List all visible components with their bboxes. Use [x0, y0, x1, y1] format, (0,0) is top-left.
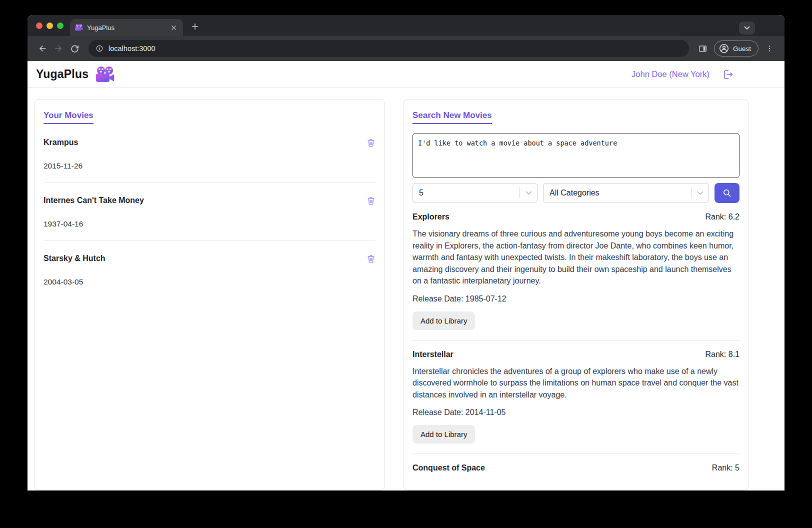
- app-header: YugaPlus John Doe (New York): [28, 61, 784, 88]
- library-movie-row: Starsky & Hutch 2004-03-05: [44, 241, 376, 298]
- result-description: The visionary dreams of three curious an…: [412, 228, 740, 287]
- traffic-light-minimize-button[interactable]: [46, 22, 53, 29]
- delete-movie-button[interactable]: [366, 196, 376, 206]
- profile-button[interactable]: Guest: [714, 40, 758, 56]
- your-movies-title: Your Movies: [44, 110, 94, 124]
- your-movies-panel: Your Movies Krampus 20: [34, 99, 384, 490]
- browser-window: YugaPlus: [28, 15, 784, 490]
- info-icon[interactable]: [96, 44, 104, 52]
- new-tab-icon: [192, 23, 198, 30]
- forward-button[interactable]: [50, 40, 66, 56]
- side-panel-icon: [698, 44, 708, 54]
- trash-icon: [366, 138, 376, 148]
- search-controls: 5 All Categories: [412, 183, 740, 203]
- traffic-lights: [36, 22, 64, 29]
- search-result-row: Explorers Rank: 6.2 The visionary dreams…: [412, 203, 740, 340]
- app-brand: YugaPlus: [36, 68, 88, 81]
- side-panel-button[interactable]: [695, 40, 711, 56]
- reload-button[interactable]: [66, 40, 82, 56]
- browser-menu-button[interactable]: [762, 40, 778, 56]
- library-movie-row: Krampus 2015-11-26: [44, 125, 376, 183]
- screenshot-background: YugaPlus: [0, 0, 812, 528]
- result-title: Conquest of Space: [412, 464, 485, 472]
- chevron-down-icon: [744, 26, 750, 30]
- close-tab-icon[interactable]: [169, 23, 178, 32]
- user-profile-link[interactable]: John Doe (New York): [632, 70, 710, 79]
- search-new-movies-panel: Search New Movies I'd like to watch a mo…: [404, 99, 748, 490]
- movie-release-date: 2004-03-05: [44, 278, 376, 286]
- favicon-movie-camera-icon: [75, 24, 83, 31]
- result-title: Explorers: [412, 212, 450, 222]
- results-limit-select[interactable]: 5: [412, 183, 538, 203]
- result-rank: Rank: 5: [712, 464, 740, 472]
- search-button[interactable]: [714, 183, 740, 203]
- trash-icon: [366, 254, 376, 264]
- add-to-library-button[interactable]: Add to Library: [412, 425, 475, 444]
- add-to-library-button[interactable]: Add to Library: [412, 312, 475, 330]
- movie-release-date: 1937-04-16: [44, 220, 376, 228]
- movie-title: Krampus: [44, 138, 78, 147]
- category-select[interactable]: All Categories: [543, 183, 709, 203]
- movie-title: Starsky & Hutch: [44, 254, 106, 263]
- library-movie-row: Internes Can't Take Money 1937-04-16: [44, 183, 376, 241]
- result-description: Interstellar chronicles the adventures o…: [412, 366, 740, 401]
- trash-icon: [366, 196, 376, 206]
- reload-icon: [70, 44, 80, 54]
- profile-label: Guest: [733, 45, 751, 52]
- search-result-row: Interstellar Rank: 8.1 Interstellar chro…: [412, 340, 740, 454]
- new-tab-button[interactable]: [188, 20, 202, 33]
- url-text: localhost:3000: [108, 44, 156, 52]
- chevron-down-icon: [526, 191, 532, 196]
- delete-movie-button[interactable]: [366, 254, 376, 264]
- tab-title: YugaPlus: [87, 24, 165, 32]
- result-rank: Rank: 6.2: [706, 212, 740, 222]
- browser-tab-yugaplus[interactable]: YugaPlus: [70, 19, 183, 36]
- back-icon: [38, 44, 48, 54]
- back-button[interactable]: [34, 40, 50, 56]
- browser-toolbar: localhost:3000 Guest: [28, 36, 784, 61]
- kebab-menu-icon: [766, 44, 774, 52]
- search-icon: [722, 188, 732, 198]
- tab-strip: YugaPlus: [28, 15, 784, 36]
- chevron-down-icon: [697, 191, 704, 196]
- logout-icon: [722, 69, 734, 80]
- results-limit-value: 5: [419, 188, 520, 198]
- search-query-input[interactable]: I'd like to watch a movie about a space …: [412, 133, 740, 178]
- movie-title: Internes Can't Take Money: [44, 196, 144, 205]
- traffic-light-close-button[interactable]: [36, 22, 42, 29]
- movie-release-date: 2015-11-26: [44, 162, 376, 170]
- url-bar[interactable]: localhost:3000: [88, 40, 689, 57]
- forward-icon: [54, 44, 64, 54]
- logout-button[interactable]: [722, 69, 734, 80]
- tab-list-menu-button[interactable]: [739, 22, 755, 34]
- result-title: Interstellar: [412, 350, 454, 359]
- delete-movie-button[interactable]: [366, 138, 376, 148]
- movie-camera-logo-icon: [96, 66, 114, 82]
- result-release-date: Release Date: 2014-11-05: [412, 408, 740, 417]
- search-new-movies-title: Search New Movies: [412, 110, 492, 124]
- traffic-light-zoom-button[interactable]: [57, 22, 64, 29]
- result-release-date: Release Date: 1985-07-12: [412, 294, 740, 304]
- main-content: Your Movies Krampus 20: [28, 88, 784, 490]
- search-result-row: Conquest of Space Rank: 5: [412, 454, 740, 482]
- result-rank: Rank: 8.1: [706, 350, 740, 359]
- category-value: All Categories: [550, 188, 691, 198]
- user-avatar-icon: [718, 43, 730, 54]
